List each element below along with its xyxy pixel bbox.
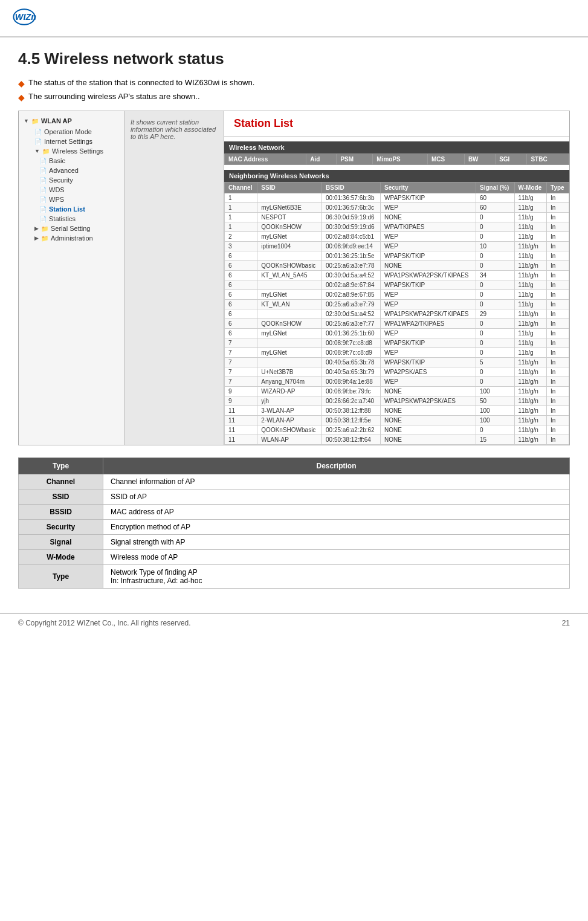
nb-col-ssid: SSID [257, 183, 322, 193]
bullet-icon-2: ◆ [18, 92, 25, 102]
bullet-icon-1: ◆ [18, 79, 25, 88]
table-row: 100:01:36:57:6b:3bWPAPSK/TKIP6011b/gIn [225, 193, 569, 203]
table-row: SignalSignal strength with AP [19, 535, 570, 550]
neighboring-section: Neighboring Wireless Networks [224, 170, 569, 182]
table-row: 1NESPOT06:30:0d:59:19:d6NONE011b/gIn [225, 213, 569, 222]
desc-col-desc-header: Description [103, 458, 570, 474]
table-row: W-ModeWireless mode of AP [19, 550, 570, 565]
file-icon-basic: 📄 [39, 158, 47, 164]
sidebar-item-operation-mode[interactable]: 📄 Operation Mode [25, 127, 124, 137]
table-row: BSSIDMAC address of AP [19, 505, 570, 520]
station-list-title: Station List [234, 117, 293, 129]
table-row: 11WLAN-AP00:50:38:12:ff:64NONE1511b/g/nI… [225, 435, 569, 445]
table-row: SecurityEncryption method of AP [19, 520, 570, 535]
wireless-network-header-row: MAC Address Aid PSM MimoPS MCS BW SGI ST… [225, 154, 569, 165]
wn-col-sgi: SGI [496, 154, 527, 165]
sidebar-item-station-list[interactable]: 📄 Station List [25, 204, 124, 214]
wn-col-mac: MAC Address [225, 154, 306, 165]
desc-table-header-row: Type Description [19, 458, 570, 474]
page-title: 4.5 Wireless network status [18, 50, 570, 68]
sidebar-subitem-label-basic: Basic [49, 157, 65, 164]
nb-col-wmode: W-Mode [514, 183, 547, 193]
sidebar-item-wds[interactable]: 📄 WDS [25, 185, 124, 195]
table-row: 1myLGNet6B3E00:01:36:57:6b:3cWEP6011b/gI… [225, 203, 569, 213]
desc-col-type-header: Type [19, 458, 103, 474]
sidebar-subitem-label-wps: WPS [49, 196, 64, 203]
table-row: 600:02:a8:9e:67:84WPAPSK/TKIP011b/gIn [225, 280, 569, 290]
expand-icon-serial: ▶ [34, 225, 39, 231]
wireless-network-section: Wireless Network [224, 141, 569, 154]
file-icon-security: 📄 [39, 177, 47, 184]
expand-icon-wireless: ▼ [34, 148, 40, 154]
wiznet-logo-icon: WIZnet [12, 6, 36, 30]
sidebar-item-internet-settings[interactable]: 📄 Internet Settings [25, 137, 124, 146]
table-row: 6QOOKnSHOW00:25:a6:a3:e7:77WPA1WPA2/TKIP… [225, 319, 569, 329]
table-row: 700:40:5a:65:3b:78WPAPSK/TKIP511b/g/nIn [225, 358, 569, 367]
station-list-header: Station List [224, 111, 569, 137]
neighboring-table: Channel SSID BSSID Security Signal (%) W… [224, 182, 569, 445]
table-row: 7myLGNet00:08:9f:7c:c8:d9WEP011b/gIn [225, 348, 569, 358]
sidebar-item-security[interactable]: 📄 Security [25, 175, 124, 185]
wn-col-mcs: MCS [427, 154, 464, 165]
folder-icon-root: 📁 [31, 118, 39, 124]
description-text: It shows current station information whi… [131, 118, 216, 140]
folder-icon-serial: 📁 [41, 225, 48, 232]
description-panel: It shows current station information whi… [124, 111, 224, 445]
nb-col-security: Security [381, 183, 476, 193]
bullet-text-1: The status of the station that is connec… [28, 78, 254, 87]
sidebar-item-wps[interactable]: 📄 WPS [25, 195, 124, 204]
sidebar-item-label-internet: Internet Settings [44, 138, 92, 145]
sidebar-item-administration[interactable]: ▶ 📁 Administration [25, 233, 124, 243]
bullet-text-2: The surrounding wireless AP's status are… [28, 92, 200, 101]
table-row: 6QOOKnSHOWbasic00:25:a6:a3:e7:78NONE011b… [225, 261, 569, 271]
sidebar-item-basic[interactable]: 📄 Basic [25, 156, 124, 166]
table-row: 6myLGNet00:02:a8:9e:67:85WEP011b/gIn [225, 290, 569, 300]
expand-icon-root: ▼ [24, 118, 29, 124]
table-row: 700:08:9f:7c:c8:d8WPAPSK/TKIP011b/gIn [225, 338, 569, 348]
table-row: 7Anyang_N704m00:08:9f:4a:1e:88WEP011b/g/… [225, 377, 569, 387]
table-row: 1QOOKnSHOW00:30:0d:59:19:d6WPA/TKIPAES01… [225, 222, 569, 232]
footer-page-number: 21 [562, 619, 570, 627]
sidebar-item-wireless-settings[interactable]: ▼ 📁 Wireless Settings [25, 146, 124, 156]
table-row: ChannelChannel information of AP [19, 474, 570, 490]
nb-col-type: Type [547, 183, 569, 193]
table-row: 602:30:0d:5a:a4:52WPA1PSKWPA2PSK/TKIPAES… [225, 309, 569, 319]
sidebar-item-label-admin: Administration [51, 234, 93, 242]
sidebar-subitem-label-station-list: Station List [49, 205, 85, 213]
table-row: 9WIZARD-AP00:08:9f:be:79:fcNONE10011b/g/… [225, 387, 569, 396]
table-row: 3iptime100400:08:9f:d9:ee:14WEP1011b/g/n… [225, 242, 569, 251]
nb-col-bssid: BSSID [322, 183, 381, 193]
neighboring-header-row: Channel SSID BSSID Security Signal (%) W… [225, 183, 569, 193]
file-icon-advanced: 📄 [39, 167, 47, 174]
bullet-1: ◆ The status of the station that is conn… [18, 78, 570, 88]
svg-text:WIZnet: WIZnet [15, 12, 36, 22]
file-icon-statistics: 📄 [39, 216, 47, 222]
table-row: 113-WLAN-AP00:50:38:12:ff:88NONE10011b/g… [225, 406, 569, 416]
table-row: 6KT_WLAN_5A4500:30:0d:5a:a4:52WPA1PSKWPA… [225, 271, 569, 280]
sidebar-item-advanced[interactable]: 📄 Advanced [25, 166, 124, 175]
sidebar-item-statistics[interactable]: 📄 Statistics [25, 214, 124, 224]
table-row: SSIDSSID of AP [19, 490, 570, 505]
description-table-wrap: Type Description ChannelChannel informat… [18, 457, 570, 589]
table-row: TypeNetwork Type of finding AP In: Infra… [19, 565, 570, 589]
sidebar-subitem-label-wds: WDS [49, 186, 65, 193]
sidebar-subitem-label-advanced: Advanced [49, 167, 79, 174]
sidebar-item-label-serial: Serial Setting [51, 225, 90, 232]
sidebar-item-serial-setting[interactable]: ▶ 📁 Serial Setting [25, 224, 124, 233]
wn-col-mimops: MimoPS [373, 154, 428, 165]
table-row: 6myLGNet00:01:36:25:1b:60WEP011b/gIn [225, 329, 569, 338]
table-row: 6KT_WLAN00:25:a6:a3:e7:79WEP011b/gIn [225, 300, 569, 309]
sidebar-root[interactable]: ▼ 📁 WLAN AP [19, 115, 124, 127]
table-row: 112-WLAN-AP00:50:38:12:ff:5eNONE10011b/g… [225, 416, 569, 425]
logo: WIZnet [12, 6, 576, 30]
file-icon-internet: 📄 [34, 138, 42, 145]
main-panel: ▼ 📁 WLAN AP 📄 Operation Mode 📄 Internet … [18, 111, 570, 445]
nb-col-channel: Channel [225, 183, 257, 193]
sidebar-item-label-wireless: Wireless Settings [52, 147, 103, 155]
header: WIZnet [0, 0, 588, 37]
sidebar: ▼ 📁 WLAN AP 📄 Operation Mode 📄 Internet … [19, 111, 124, 445]
sidebar-item-label-operation: Operation Mode [44, 128, 92, 135]
sidebar-subitem-label-security: Security [49, 176, 73, 184]
file-icon-wds: 📄 [39, 187, 47, 193]
sidebar-subitem-label-statistics: Statistics [49, 215, 76, 222]
